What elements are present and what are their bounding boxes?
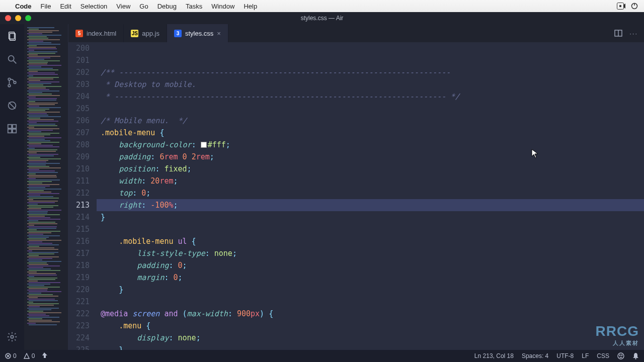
svg-rect-14 xyxy=(13,125,16,128)
error-count: 0 xyxy=(13,352,17,359)
code-line[interactable] xyxy=(97,296,644,308)
explorer-icon[interactable] xyxy=(6,30,18,42)
code-line[interactable]: /* Mobile menu. */ xyxy=(97,115,644,127)
tab-index-html[interactable]: 5index.html xyxy=(68,24,124,42)
menu-help[interactable]: Help xyxy=(244,3,257,10)
screen-record-icon[interactable] xyxy=(617,3,626,10)
code-line[interactable]: } xyxy=(97,344,644,350)
editor-area: 5index.htmlJSapp.js3styles.css× ··· 2002… xyxy=(68,24,644,350)
code-line[interactable] xyxy=(97,103,644,115)
tab-styles-css[interactable]: 3styles.css× xyxy=(167,24,228,42)
code-line[interactable]: .menu { xyxy=(97,320,644,332)
svg-rect-13 xyxy=(8,125,12,128)
menu-edit[interactable]: Edit xyxy=(60,3,71,10)
code-line[interactable]: /** ------------------------------------… xyxy=(97,66,644,78)
svg-rect-16 xyxy=(13,129,16,133)
svg-line-7 xyxy=(14,61,17,64)
status-warnings[interactable]: 0 xyxy=(24,352,35,359)
file-type-icon: 3 xyxy=(174,30,182,37)
svg-point-9 xyxy=(8,84,11,87)
bell-icon[interactable] xyxy=(632,352,639,359)
svg-point-6 xyxy=(9,56,14,61)
feedback-smiley-icon[interactable] xyxy=(617,352,624,359)
file-type-icon: JS xyxy=(131,30,138,37)
code-line[interactable]: } xyxy=(97,284,644,296)
code-line[interactable]: position: fixed; xyxy=(97,163,644,175)
code-line[interactable]: width: 20rem; xyxy=(97,175,644,187)
close-tab-icon[interactable]: × xyxy=(217,30,221,37)
split-editor-icon[interactable] xyxy=(614,29,622,37)
tab-label: styles.css xyxy=(185,30,213,37)
code-line[interactable]: margin: 0; xyxy=(97,272,644,284)
svg-point-24 xyxy=(619,355,620,355)
svg-point-17 xyxy=(11,335,14,338)
status-line-col[interactable]: Ln 213, Col 18 xyxy=(474,352,514,359)
activity-bar xyxy=(0,24,24,350)
code-line[interactable]: .mobile-menu { xyxy=(97,127,644,139)
code-line[interactable]: background-color: #fff; xyxy=(97,139,644,151)
macos-menubar: Code File Edit Selection View Go Debug T… xyxy=(0,0,644,12)
warning-count: 0 xyxy=(32,352,35,359)
svg-point-8 xyxy=(8,78,11,80)
code-line[interactable] xyxy=(97,42,644,54)
status-eol[interactable]: LF xyxy=(582,352,589,359)
line-gutter: 2002012022032042052062072082092102112122… xyxy=(68,42,97,350)
tab-app-js[interactable]: JSapp.js xyxy=(124,24,167,42)
code-line[interactable]: padding: 0; xyxy=(97,259,644,272)
code-line[interactable]: list-style-type: none; xyxy=(97,247,644,259)
code-line[interactable]: display: none; xyxy=(97,332,644,344)
menu-tasks[interactable]: Tasks xyxy=(186,3,202,10)
code-line[interactable]: .mobile-menu ul { xyxy=(97,235,644,247)
more-actions-icon[interactable]: ··· xyxy=(629,30,638,37)
color-swatch-icon xyxy=(201,142,207,148)
code-line[interactable]: right: -100%; xyxy=(97,199,644,211)
svg-point-23 xyxy=(618,353,624,359)
workbench: 5index.htmlJSapp.js3styles.css× ··· 2002… xyxy=(0,24,644,350)
code-line[interactable]: top: 0; xyxy=(97,187,644,199)
app-name[interactable]: Code xyxy=(15,3,32,10)
extensions-icon[interactable] xyxy=(6,123,18,135)
svg-line-12 xyxy=(9,103,16,109)
status-language[interactable]: CSS xyxy=(597,352,609,359)
tab-label: app.js xyxy=(142,30,159,37)
error-icon xyxy=(5,353,11,359)
code-line[interactable]: @media screen and (max-width: 900px) { xyxy=(97,308,644,320)
svg-point-1 xyxy=(619,5,621,7)
svg-rect-15 xyxy=(8,129,12,133)
minimize-window-button[interactable] xyxy=(15,15,21,21)
code-line[interactable] xyxy=(97,223,644,235)
search-icon[interactable] xyxy=(6,53,18,65)
power-icon[interactable] xyxy=(631,3,638,10)
status-bar: 0 0 Ln 213, Col 18 Spaces: 4 UTF-8 LF CS… xyxy=(0,350,644,362)
code-line[interactable]: padding: 6rem 0 2rem; xyxy=(97,151,644,163)
text-editor[interactable]: 2002012022032042052062072082092102112122… xyxy=(68,42,644,350)
code-line[interactable]: * --------------------------------------… xyxy=(97,90,644,103)
source-control-icon[interactable] xyxy=(6,76,18,88)
live-share-icon[interactable] xyxy=(42,352,48,359)
code-line[interactable] xyxy=(97,54,644,66)
menu-file[interactable]: File xyxy=(41,3,51,10)
menu-selection[interactable]: Selection xyxy=(80,3,107,10)
editor-tab-actions: ··· xyxy=(614,24,644,42)
debug-icon[interactable] xyxy=(6,100,18,112)
svg-point-10 xyxy=(14,81,16,84)
traffic-lights xyxy=(5,15,31,21)
status-errors[interactable]: 0 xyxy=(5,352,17,359)
minimap[interactable] xyxy=(24,24,68,350)
menu-view[interactable]: View xyxy=(116,3,130,10)
code-line[interactable]: } xyxy=(97,211,644,223)
code-line[interactable]: * Desktop to mobile. xyxy=(97,78,644,90)
status-encoding[interactable]: UTF-8 xyxy=(556,352,574,359)
warning-icon xyxy=(24,353,30,359)
tab-label: index.html xyxy=(87,30,116,37)
close-window-button[interactable] xyxy=(5,15,11,21)
zoom-window-button[interactable] xyxy=(25,15,31,21)
code-content[interactable]: /** ------------------------------------… xyxy=(97,42,644,350)
window-title: styles.css — Air xyxy=(301,15,344,22)
status-indent[interactable]: Spaces: 4 xyxy=(522,352,548,359)
menu-go[interactable]: Go xyxy=(139,3,148,10)
menu-window[interactable]: Window xyxy=(211,3,234,10)
menu-debug[interactable]: Debug xyxy=(157,3,177,10)
settings-gear-icon[interactable] xyxy=(6,331,18,343)
svg-point-26 xyxy=(635,358,636,359)
